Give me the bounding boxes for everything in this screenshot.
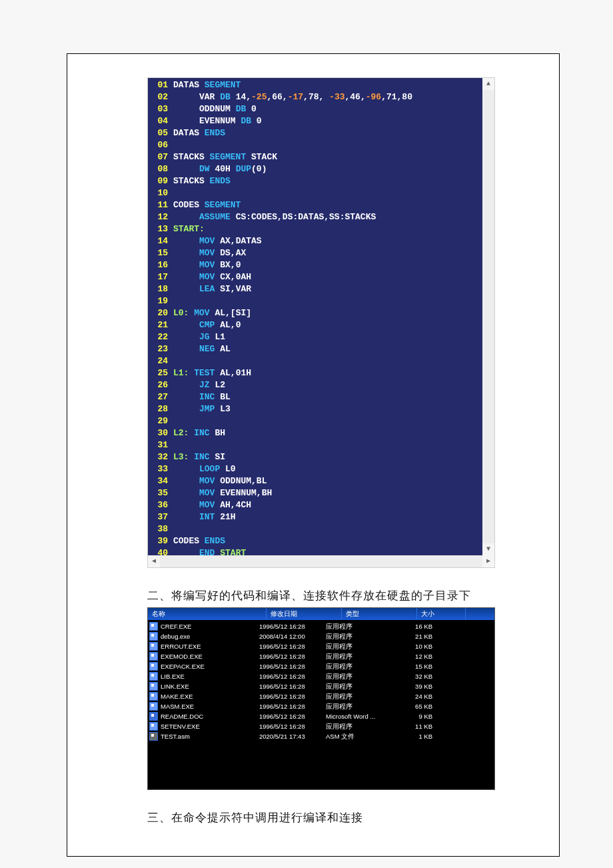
file-row[interactable]: EXEMOD.EXE1996/5/12 16:28应用程序12 KB	[148, 651, 494, 661]
code-line[interactable]: 07STACKS SEGMENT STACK	[148, 151, 494, 163]
file-size: 11 KB	[392, 721, 446, 731]
code-line[interactable]: 25L1: TEST AL,01H	[148, 367, 494, 379]
line-number: 07	[148, 151, 173, 163]
header-type[interactable]: 类型	[342, 608, 417, 620]
file-row[interactable]: EXEPACK.EXE1996/5/12 16:28应用程序15 KB	[148, 661, 494, 671]
file-row[interactable]: LIB.EXE1996/5/12 16:28应用程序32 KB	[148, 671, 494, 681]
code-line[interactable]: 10	[148, 187, 494, 199]
code-line[interactable]: 04 EVENNUM DB 0	[148, 115, 494, 127]
code-line[interactable]: 13START:	[148, 223, 494, 235]
file-size: 9 KB	[392, 711, 446, 721]
code-text: MOV DS,AX	[173, 247, 246, 259]
file-row[interactable]: debug.exe2008/4/14 12:00应用程序21 KB	[148, 631, 494, 641]
file-row[interactable]: TEST.asm2020/5/21 17:43ASM 文件1 KB	[148, 731, 494, 741]
code-line[interactable]: 37 INT 21H	[148, 511, 494, 523]
line-number: 36	[148, 499, 173, 511]
file-row[interactable]: MASM.EXE1996/5/12 16:28应用程序65 KB	[148, 701, 494, 711]
line-number: 35	[148, 487, 173, 499]
code-text: L0: MOV AL,[SI]	[173, 307, 251, 319]
header-date[interactable]: 修改日期	[267, 608, 342, 620]
line-number: 37	[148, 511, 173, 523]
code-line[interactable]: 38	[148, 523, 494, 535]
code-line[interactable]: 39CODES ENDS	[148, 535, 494, 547]
code-line[interactable]: 15 MOV DS,AX	[148, 247, 494, 259]
code-line[interactable]: 06	[148, 139, 494, 151]
code-line[interactable]: 05DATAS ENDS	[148, 127, 494, 139]
vertical-scrollbar[interactable]: ▲ ▼	[482, 78, 494, 555]
code-line[interactable]: 16 MOV BX,0	[148, 259, 494, 271]
code-line[interactable]: 36 MOV AH,4CH	[148, 499, 494, 511]
code-line[interactable]: 22 JG L1	[148, 331, 494, 343]
line-number: 22	[148, 331, 173, 343]
file-date: 1996/5/12 16:28	[259, 721, 326, 731]
horizontal-scrollbar[interactable]: ◀ ▶	[148, 555, 494, 567]
code-line[interactable]: 32L3: INC SI	[148, 451, 494, 463]
file-size: 15 KB	[392, 661, 446, 671]
code-text: CODES SEGMENT	[173, 199, 241, 211]
file-name-cell: SETENV.EXE	[149, 721, 259, 731]
file-list-header[interactable]: 名称 修改日期 类型 大小	[148, 608, 494, 620]
code-line[interactable]: 26 JZ L2	[148, 379, 494, 391]
file-list-body: CREF.EXE1996/5/12 16:28应用程序16 KBdebug.ex…	[148, 620, 494, 743]
file-row[interactable]: README.DOC1996/5/12 16:28Microsoft Word …	[148, 711, 494, 721]
word-doc-icon	[149, 712, 158, 721]
code-line[interactable]: 12 ASSUME CS:CODES,DS:DATAS,SS:STACKS	[148, 211, 494, 223]
line-number: 03	[148, 103, 173, 115]
scroll-up-button[interactable]: ▲	[482, 78, 494, 90]
code-editor[interactable]: 01DATAS SEGMENT02 VAR DB 14,-25,66,-17,7…	[147, 77, 495, 568]
file-name-cell: EXEMOD.EXE	[149, 651, 259, 661]
file-row[interactable]: LINK.EXE1996/5/12 16:28应用程序39 KB	[148, 681, 494, 691]
file-name: TEST.asm	[161, 731, 190, 741]
header-size[interactable]: 大小	[417, 608, 466, 620]
line-number: 04	[148, 115, 173, 127]
scroll-left-button[interactable]: ◀	[148, 555, 160, 567]
code-line[interactable]: 20L0: MOV AL,[SI]	[148, 307, 494, 319]
code-line[interactable]: 35 MOV EVENNUM,BH	[148, 487, 494, 499]
code-line[interactable]: 02 VAR DB 14,-25,66,-17,78, -33,46,-96,7…	[148, 91, 494, 103]
code-line[interactable]: 31	[148, 439, 494, 451]
line-number: 13	[148, 223, 173, 235]
scroll-down-button[interactable]: ▼	[482, 543, 494, 555]
file-name: MASM.EXE	[161, 701, 194, 711]
code-line[interactable]: 09STACKS ENDS	[148, 175, 494, 187]
code-line[interactable]: 24	[148, 355, 494, 367]
code-line[interactable]: 14 MOV AX,DATAS	[148, 235, 494, 247]
file-date: 1996/5/12 16:28	[259, 651, 326, 661]
line-number: 25	[148, 367, 173, 379]
code-line[interactable]: 28 JMP L3	[148, 403, 494, 415]
line-number: 02	[148, 91, 173, 103]
code-text: ASSUME CS:CODES,DS:DATAS,SS:STACKS	[173, 211, 376, 223]
file-type: 应用程序	[326, 671, 392, 681]
code-line[interactable]: 27 INC BL	[148, 391, 494, 403]
code-line[interactable]: 34 MOV ODDNUM,BL	[148, 475, 494, 487]
header-name[interactable]: 名称	[148, 608, 267, 620]
code-text: MOV AX,DATAS	[173, 235, 262, 247]
code-line[interactable]: 21 CMP AL,0	[148, 319, 494, 331]
file-row[interactable]: MAKE.EXE1996/5/12 16:28应用程序24 KB	[148, 691, 494, 701]
file-type: 应用程序	[326, 721, 392, 731]
file-list-empty-area	[148, 743, 494, 789]
code-line[interactable]: 08 DW 40H DUP(0)	[148, 163, 494, 175]
file-name: debug.exe	[161, 631, 190, 641]
file-name: MAKE.EXE	[161, 691, 193, 701]
code-line[interactable]: 11CODES SEGMENT	[148, 199, 494, 211]
code-line[interactable]: 29	[148, 415, 494, 427]
code-text: JZ L2	[173, 379, 225, 391]
code-text: INT 21H	[173, 511, 236, 523]
file-row[interactable]: SETENV.EXE1996/5/12 16:28应用程序11 KB	[148, 721, 494, 731]
code-line[interactable]: 03 ODDNUM DB 0	[148, 103, 494, 115]
code-line[interactable]: 33 LOOP L0	[148, 463, 494, 475]
code-line[interactable]: 18 LEA SI,VAR	[148, 283, 494, 295]
file-row[interactable]: ERROUT.EXE1996/5/12 16:28应用程序10 KB	[148, 641, 494, 651]
code-line[interactable]: 01DATAS SEGMENT	[148, 79, 494, 91]
file-date: 1996/5/12 16:28	[259, 661, 326, 671]
line-number: 32	[148, 451, 173, 463]
file-size: 39 KB	[392, 681, 446, 691]
code-line[interactable]: 23 NEG AL	[148, 343, 494, 355]
code-line[interactable]: 17 MOV CX,0AH	[148, 271, 494, 283]
line-number: 31	[148, 439, 173, 451]
scroll-right-button[interactable]: ▶	[482, 555, 494, 567]
code-line[interactable]: 30L2: INC BH	[148, 427, 494, 439]
file-row[interactable]: CREF.EXE1996/5/12 16:28应用程序16 KB	[148, 621, 494, 631]
code-line[interactable]: 19	[148, 295, 494, 307]
